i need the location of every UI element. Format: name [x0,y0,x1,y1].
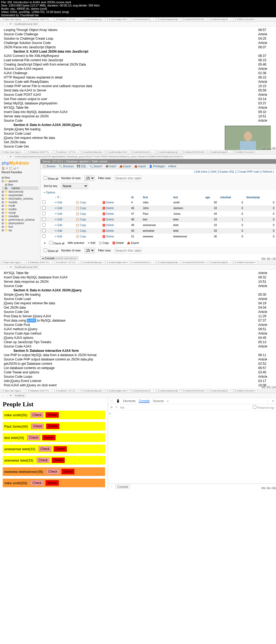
pma-tab[interactable]: 🔍 Search [89,165,102,168]
row-copy[interactable]: 📋 Copy [76,235,86,238]
browser-tab[interactable]: ⎙ localhost/output3... × [208,150,233,154]
tree-node[interactable]: ⊞ 📁 mysql [2,211,39,214]
row-check[interactable] [42,234,46,238]
tree-node[interactable]: ⊞ 📁 phpmyadmin [2,222,39,225]
showall-check-b[interactable]: Show all [44,248,58,253]
browser-tab[interactable]: ⎙ https://api.myjson... × [1,150,26,154]
lesson-title[interactable]: Source Code Ajax method [3,332,257,335]
check-button[interactable]: Check [37,458,50,463]
row-copy[interactable]: 📋 Copy [76,201,86,204]
lesson-title[interactable]: getJSON to get Database content [3,362,257,366]
lesson-title[interactable]: Setup MySQL database phpmyadmin [3,101,257,105]
lesson-title[interactable]: Source Code [3,284,257,288]
col-header[interactable]: id [130,195,141,200]
lesson-title[interactable]: MYSQL Table file [3,106,257,110]
sel-copy[interactable]: Copy [102,241,109,244]
lesson-title[interactable]: Source Code Loops [3,375,257,379]
row-edit[interactable]: ✏ Edit [55,224,62,227]
row-copy[interactable]: 📋 Copy [76,207,86,210]
lesson-title[interactable]: Server data response as JSON [3,114,257,118]
row-delete[interactable]: ⛔ Delete [102,207,114,210]
lesson-title[interactable]: jQuery Get request retrieve file data [3,136,257,140]
lesson-title[interactable]: Simple jQuery file loading [3,127,257,131]
nav-fwd-icon[interactable]: → [6,266,8,268]
tree-node[interactable]: ⊞ 📁 wp [2,229,39,232]
pma-tab[interactable]: 📥 Import [134,165,146,168]
lesson-title[interactable]: AJAX Challenge [3,71,257,75]
lesson-title[interactable]: Use PHP to output MySQL data from a data… [3,353,257,357]
row-edit[interactable]: ✏ Edit [55,229,62,232]
tree-node[interactable]: ⊞ 📁 information_schema [2,197,39,200]
nav-back-icon[interactable]: ← [2,394,4,397]
context-select[interactable]: top [120,406,124,409]
pma-tab[interactable]: 📤 Export [119,165,131,168]
row-delete[interactable]: ⛔ Delete [102,201,114,204]
row-copy[interactable]: 📋 Copy [76,229,86,232]
check-button[interactable]: Check [30,480,43,486]
tree-node[interactable]: ⊞ 📁 mydata [2,200,39,204]
lesson-title[interactable]: Load external File content into JavaScri… [3,58,257,62]
filter-input[interactable] [115,175,142,181]
lesson-title[interactable]: Looping Through Object Array Values [3,28,257,32]
lesson-title[interactable]: Source Code Get [3,145,257,148]
browser-tab[interactable]: ⎙ localhost/JSON.html × [182,261,208,264]
row-check[interactable] [42,217,46,221]
browser-tab[interactable]: ⎙ localhost / 127.0.0... × [55,389,81,393]
lesson-title[interactable]: Create PHP server File to receive and ca… [3,84,257,88]
browser-tab[interactable]: ⎙ Database AJAX Pro... × [27,389,54,393]
delete-button[interactable]: Delete [61,469,75,474]
browser-tab[interactable]: ⎙ localhost/index2.h... × [130,150,156,154]
lesson-title[interactable]: jQuery Get request retrieve file data [3,301,257,305]
tree-node[interactable]: ⊞ 📁 mydba [2,207,39,211]
lesson-title[interactable]: Post AJAX with jQuery on click event [3,383,257,387]
url-field[interactable]: localhost/course.html [13,22,39,26]
row-check[interactable] [42,206,46,210]
browser-tab[interactable]: ⎙ localhost/ajax.html × [105,18,130,21]
sel-edit[interactable]: Edit [91,241,95,244]
reload-icon[interactable]: ⟳ [10,394,12,397]
browser-tab[interactable]: ⎙ localhost/ajax.html × [105,389,130,393]
pma-tab[interactable]: 👤 Privileges [149,165,165,168]
lesson-title[interactable]: Source Code Load [3,132,257,135]
tree-node[interactable]: ⊞ New [2,183,39,186]
browser-tab[interactable]: ⎙ localhost/data.php × [81,150,105,154]
sel-export[interactable]: Export [131,241,139,244]
lesson-title[interactable]: Source Code [3,119,257,122]
nav-back-icon[interactable]: ← [2,23,4,25]
browser-tab[interactable]: ⎙ localhost/javascript × [156,261,181,264]
delete-button[interactable]: Delete [52,458,65,463]
lesson-title[interactable]: Challenge Solution Source Code [3,41,257,45]
browser-tab[interactable]: ⎙ localhost/index2.h... × [130,18,156,21]
browser-tab[interactable]: ⎙ Untitled Document × [233,18,258,21]
check-button[interactable]: Check [39,446,51,452]
sel-delete[interactable]: Delete [116,241,124,244]
col-header[interactable]: timestamp [245,195,276,200]
row-copy[interactable]: 📋 Copy [76,224,86,227]
nav-back-icon[interactable]: ← [2,266,4,268]
pma-tab[interactable]: ▾ More [168,165,177,168]
nav-fwd-icon[interactable]: → [6,23,8,25]
lesson-title[interactable]: Clean up JavaScript Tips Tweaks [3,340,257,344]
lesson-title[interactable]: AJAX Connect to file XMLHttpRequest [3,54,257,58]
lesson-title[interactable]: Source Code Challenge [3,32,257,36]
browser-tab[interactable]: ⎙ localhost / 127.0.0... × [55,261,81,264]
row-delete[interactable]: ⛔ Delete [102,229,114,232]
url-field[interactable]: localhost [13,394,26,397]
row-check[interactable] [42,200,46,204]
preserve-check[interactable] [253,405,256,409]
lesson-title[interactable]: JSON Parse into JavaScript Objects [3,45,257,49]
browser-tab[interactable]: ⎙ Database AJAX Pro... × [27,150,54,154]
row-edit[interactable]: ✏ Edit [55,235,62,238]
tree-node[interactable]: ⊞ 📁 mydb [2,204,39,207]
lesson-title[interactable]: Source Code with ReadyStates [3,80,257,84]
pma-tab[interactable]: 📋 Browse [43,165,56,168]
browser-tab[interactable]: ⎙ localhost/data.php × [81,389,105,393]
delete-button[interactable]: Delete [54,446,67,452]
console-body[interactable]: > [108,411,276,483]
row-edit[interactable]: ✏ Edit [55,212,62,215]
reload-icon[interactable]: ⟳ [10,23,12,25]
lesson-title[interactable]: Insert Data into MySQL database from AJA… [3,275,257,279]
check-button[interactable]: Check [46,469,59,474]
delete-button[interactable]: Delete [46,424,59,429]
filter-icon[interactable]: ▽ [115,406,118,409]
